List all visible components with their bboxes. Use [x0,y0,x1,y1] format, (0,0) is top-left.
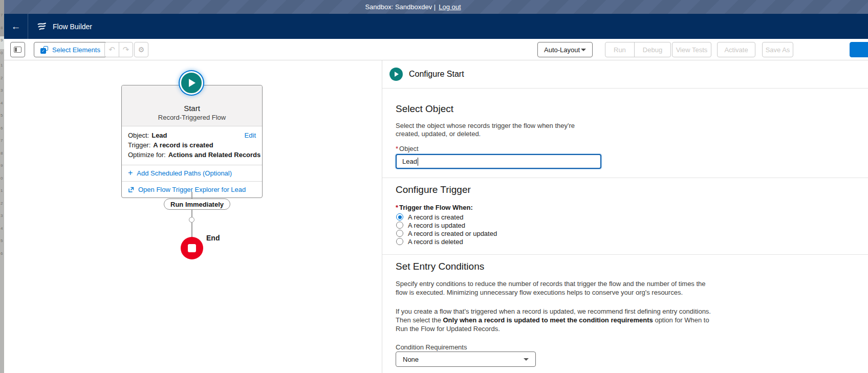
connector-line [191,210,192,217]
trigger-row-value: A record is created [153,140,213,150]
radio-button[interactable] [396,222,403,229]
layout-mode-value: Auto-Layout [544,46,580,54]
path-label-badge: Run Immediately [164,199,230,210]
radio-label[interactable]: A record is created or updated [408,230,497,237]
panel-header: Configure Start [382,60,868,88]
optimize-row-value: Actions and Related Records [168,150,261,160]
run-label: Run [614,46,626,54]
object-row-value: Lead [151,130,167,140]
radio-button-selected[interactable] [396,213,403,221]
undo-button[interactable] [105,42,119,57]
header-divider [28,14,28,39]
play-icon [189,79,196,87]
condition-requirements-label: Condition Requirements [396,343,467,351]
connector-line [191,192,192,199]
optimize-row: Optimize for: Actions and Related Record… [128,150,256,160]
app-header: Flow Builder [4,14,868,39]
object-input[interactable]: Lead [396,154,601,169]
run-button[interactable]: Run [605,42,634,57]
start-node-subtitle: Record-Triggered Flow [126,114,258,121]
end-node-label: End [206,234,220,242]
radio-button[interactable] [396,230,403,237]
object-row-label: Object: [128,130,149,140]
layout-mode-dropdown[interactable]: Auto-Layout [537,42,593,57]
divider [382,254,868,255]
edit-link[interactable]: Edit [245,130,256,140]
toggle-toolbox-button[interactable] [10,42,25,57]
select-object-description: Select the object whose records trigger … [396,122,598,138]
entry-conditions-paragraph-2: If you create a flow that's triggered wh… [396,307,718,333]
save-as-button[interactable]: Save As [762,42,793,57]
panel-toggle-icon [14,47,21,53]
flow-builder-icon [37,21,47,32]
chevron-down-icon [581,49,586,51]
run-debug-group: Run Debug [605,42,671,57]
redo-icon [123,45,129,54]
plus-icon [128,169,133,177]
sandbox-banner: Sandbox: Sandboxdev | Log out [4,0,868,14]
add-element-node[interactable] [189,217,194,223]
configure-trigger-heading: Configure Trigger [396,184,471,195]
external-link-icon [128,187,134,193]
divider [382,178,868,178]
chevron-down-icon [524,358,529,361]
radio-label[interactable]: A record is updated [408,222,465,229]
view-tests-label: View Tests [676,46,708,54]
add-scheduled-paths-link[interactable]: Add Scheduled Paths (Optional) [122,165,262,181]
select-elements-label: Select Elements [52,46,100,54]
radio-label[interactable]: A record is deleted [408,238,463,246]
radio-record-created[interactable]: A record is created [396,213,463,221]
save-button[interactable] [850,42,868,57]
object-row: Object: Lead Edit [128,130,256,140]
checkbox-icon [40,46,48,54]
trigger-row: Trigger: A record is created [128,140,256,150]
bold-option-name: Only when a record is updated to meet th… [443,316,653,324]
start-icon [389,68,403,81]
radio-record-created-or-updated[interactable]: A record is created or updated [396,229,497,237]
connector-line [191,223,192,237]
entry-conditions-paragraph-1: Specify entry conditions to reduce the n… [396,279,718,297]
background-app-strip: 7 8 9 0 1 2 3 4 5 6 7 8 9 0 1 2 3 4 5 6 [0,0,4,373]
entry-conditions-heading: Set Entry Conditions [396,261,484,272]
condition-requirements-value: None [403,356,419,363]
start-node-title: Start [126,104,258,113]
select-elements-button[interactable]: Select Elements [34,42,107,57]
text-cursor [418,158,418,166]
condition-requirements-select[interactable]: None [396,352,536,367]
radio-record-deleted[interactable]: A record is deleted [396,237,463,246]
radio-button[interactable] [396,238,403,245]
panel-title: Configure Start [409,70,464,79]
radio-record-updated[interactable]: A record is updated [396,221,465,229]
back-arrow-icon[interactable] [4,21,28,32]
radio-label[interactable]: A record is created [408,213,463,221]
save-as-label: Save As [766,46,790,54]
gear-icon [138,46,145,54]
activate-button[interactable]: Activate [717,42,755,57]
object-field-label: *Object [396,145,419,152]
undo-redo-group [104,42,133,57]
undo-icon [108,45,115,54]
screen: 7 8 9 0 1 2 3 4 5 6 7 8 9 0 1 2 3 4 5 6 … [0,0,868,373]
start-node-icon[interactable] [180,71,203,95]
end-node[interactable] [181,237,203,259]
logout-link[interactable]: Log out [439,3,461,11]
start-node[interactable]: Start Record-Triggered Flow Object: Lead… [121,85,263,198]
select-object-heading: Select Object [396,103,453,115]
end-icon [188,244,196,252]
debug-button[interactable]: Debug [634,42,670,57]
sandbox-banner-text: Sandbox: Sandboxdev | [365,3,436,11]
trigger-when-label: *Trigger the Flow When: [396,204,473,211]
object-input-value: Lead [402,158,417,165]
view-tests-button[interactable]: View Tests [672,42,711,57]
flow-settings-button[interactable] [134,42,148,57]
flow-canvas[interactable]: Start Record-Triggered Flow Object: Lead… [4,60,382,373]
add-scheduled-paths-label: Add Scheduled Paths (Optional) [137,169,232,177]
optimize-row-label: Optimize for: [128,150,166,160]
background-line-numbers: 7 8 9 0 1 2 3 4 5 6 7 8 9 0 1 2 3 4 5 6 [1,9,4,260]
required-asterisk: * [396,145,398,152]
activate-label: Activate [724,46,748,54]
redo-button[interactable] [119,42,133,57]
toolbar: Select Elements Auto-Layout Run Debug Vi… [4,39,868,60]
debug-label: Debug [643,46,662,54]
divider [382,88,868,89]
